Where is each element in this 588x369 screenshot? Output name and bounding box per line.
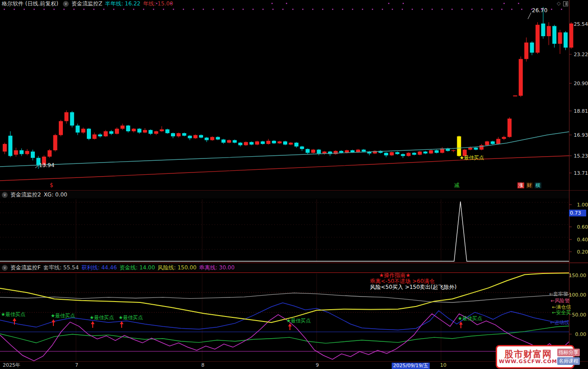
marker-dot: [53, 9, 55, 10]
marker-dot: [541, 9, 542, 10]
year-line-value: 年线: 15.00: [143, 0, 173, 8]
panel2-axis-label: 0.40: [570, 237, 588, 243]
best-buy-point-label: ★最佳买点: [51, 313, 75, 319]
candle-body: [272, 141, 276, 144]
candle-body: [283, 141, 287, 144]
candle-body: [429, 150, 433, 153]
candle-body: [552, 26, 556, 44]
panel2-axis-label: 1.00: [570, 202, 588, 208]
candle-body: [160, 129, 164, 131]
badge-teacher-course: 名师课程: [557, 357, 580, 365]
marker-dot: [24, 9, 25, 10]
candle-body: [536, 25, 540, 53]
marker-dot: [63, 9, 65, 10]
marker-dot: [282, 9, 284, 10]
panel3-header: ∨ 资金流监控F 套牢线: 55.54 获利线: 44.46 资金线: 14.0…: [0, 264, 569, 271]
marker-dot: [173, 9, 174, 10]
marker-dot: [501, 9, 503, 10]
marker-dot: [461, 9, 463, 10]
diamond-icon[interactable]: ◇: [557, 0, 560, 6]
chevron-down-icon[interactable]: ∨: [2, 265, 8, 271]
candle-body: [356, 150, 360, 153]
candle-body: [199, 135, 203, 138]
marker-dot: [33, 9, 35, 10]
watermark-site-name: 股市财富网: [499, 349, 557, 359]
candle-body: [261, 141, 265, 144]
marker-dot: [153, 9, 154, 10]
ma-half-year-line: [0, 132, 569, 167]
marker-dot: [223, 9, 224, 10]
operation-note-line: 风险<50买入 >150卖出(起飞除外): [370, 284, 456, 290]
window-icon[interactable]: [563, 1, 568, 6]
panel-divider-1: [0, 190, 588, 191]
price-axis-label: 15.23: [570, 153, 588, 159]
candle-body: [210, 137, 214, 140]
chevron-down-icon[interactable]: ∨: [2, 192, 8, 198]
marker-dot: [362, 9, 363, 10]
panel3-axis-label: 0.00: [568, 332, 586, 337]
marker-dot: [193, 9, 194, 10]
marker-dot: [322, 9, 323, 10]
reduce-marker: 减: [454, 182, 460, 188]
legend-trap-line: 套牢线: 55.54: [43, 264, 79, 272]
candle-body: [418, 152, 422, 155]
candle-body: [87, 129, 91, 139]
candle-body: [317, 150, 321, 153]
marker-dot: [103, 9, 104, 10]
legend-bias-line: 乖离线: 30.00: [199, 264, 234, 272]
marker-dot: [441, 9, 443, 10]
marker-dot: [93, 9, 95, 10]
title-bar: 格尔软件 (日线.前复权) ∨ 资金流监控Z 半年线: 16.22 年线: 15…: [0, 0, 588, 7]
candle-body: [564, 33, 568, 48]
candle-body: [25, 151, 29, 154]
candle-body: [76, 125, 80, 132]
bias-line: [0, 314, 569, 361]
chart-canvas: [0, 0, 588, 369]
candle-body: [182, 133, 186, 136]
price-axis-label: 25.54: [570, 22, 588, 27]
best-buy-point-label: ★最佳买点: [286, 318, 311, 324]
marker-dot: [312, 9, 313, 10]
marker-dot: [73, 9, 75, 10]
candle-body: [154, 131, 158, 134]
panel3-axis-label: 100.00: [568, 292, 586, 298]
series-pointer-label: ←套牢警: [549, 292, 568, 297]
panel3-title: 资金流监控F: [10, 264, 41, 272]
panel2-axis-label: 0.60: [570, 225, 588, 230]
candle-body: [468, 148, 472, 149]
chevron-down-icon[interactable]: ∨: [63, 1, 69, 7]
marker-dot: [143, 9, 144, 10]
candle-body: [222, 139, 226, 143]
best-buy-point-label-main: ★最佳买点: [460, 155, 484, 161]
candle-body: [530, 43, 534, 53]
candle-body: [171, 133, 175, 136]
marker-dot: [531, 9, 532, 10]
date-axis-label: 2025/09/19/五: [392, 363, 430, 369]
candle-body: [507, 119, 512, 137]
candle-body: [126, 125, 130, 131]
date-axis-label: 9: [316, 363, 319, 368]
trading-app-window: 格尔软件 (日线.前复权) ∨ 资金流监控Z 半年线: 16.22 年线: 15…: [0, 0, 588, 369]
candle-body: [474, 148, 478, 149]
marker-dot: [392, 9, 393, 10]
candle-body: [351, 150, 355, 152]
marker-dot: [252, 9, 254, 10]
marker-dot: [203, 9, 204, 10]
marker-dot: [332, 9, 333, 10]
candle-body: [390, 152, 394, 155]
marker-dot: [372, 9, 373, 10]
marker-dot: [292, 9, 294, 10]
candle-body: [435, 150, 439, 153]
dollar-marker: $: [50, 182, 53, 188]
marker-dot: [352, 9, 353, 10]
panel2-axis-label: 0.20: [570, 249, 588, 255]
candle-body: [278, 141, 282, 143]
watermark-badges: 指标分享 名师课程: [557, 349, 580, 365]
marker-dot: [422, 9, 423, 10]
stock-title: 格尔软件 (日线.前复权): [2, 0, 58, 8]
operation-note-line: 乖离<-50不进场 >60满仓: [370, 278, 435, 284]
marker-dot: [4, 9, 5, 10]
marker-dot: [491, 9, 493, 10]
watermark-text: 股市财富网 WWW.GSCFW.COM: [499, 349, 557, 364]
indicator-name: 资金流监控Z: [71, 0, 102, 8]
